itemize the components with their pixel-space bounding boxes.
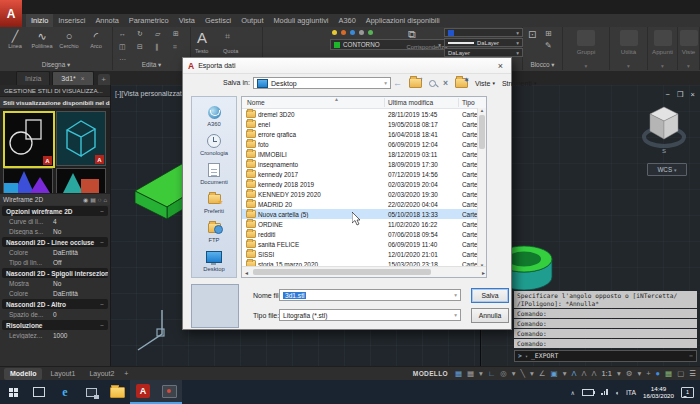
ribbon-tab-inserisci[interactable]: Inserisci <box>53 14 90 27</box>
lineweight-combo[interactable]: DaLayer ▾ <box>444 48 523 57</box>
apply-style-icon[interactable]: ▤ <box>90 196 96 203</box>
console-minimize-icon[interactable]: − <box>689 352 693 360</box>
file-row-dremel-3d20[interactable]: dremel 3D2028/11/2019 15:45Cartella di f… <box>242 109 486 119</box>
file-row-redditi[interactable]: redditi07/06/2018 09:54Cartella di fil <box>242 229 486 239</box>
file-row-nuova-cartella-5[interactable]: Nuova cartella (5)05/10/2018 13:33Cartel… <box>242 209 486 219</box>
filetype-combo[interactable]: Litografia (*.stl) ▾ <box>279 309 461 321</box>
file-row-errore-grafica[interactable]: errore grafica16/04/2018 18:41Cartella d… <box>242 129 486 139</box>
property-value[interactable]: No <box>53 280 61 287</box>
export-style-icon[interactable]: ◌ <box>98 197 102 203</box>
start-button[interactable] <box>0 380 26 404</box>
ribbon-tab-moduli-aggiuntivi[interactable]: Moduli aggiuntivi <box>268 14 333 27</box>
edit-tool-icon[interactable]: ⊞ <box>173 30 179 38</box>
place-documenti[interactable]: Documenti <box>192 159 236 188</box>
dynamic-input-icon[interactable]: ▣ <box>551 368 558 380</box>
new-drawing-tab-button[interactable]: + <box>98 74 110 85</box>
isodraft-caret-icon[interactable]: ▾ <box>530 368 534 380</box>
dialog-close-button[interactable]: × <box>495 61 506 71</box>
tools-menu[interactable]: Strumenti ▾ <box>502 80 536 87</box>
layout-tab-layout1[interactable]: Layout1 <box>44 368 81 380</box>
property-value[interactable]: 4 <box>53 218 57 225</box>
tool-cerchio[interactable]: ○Cerchio <box>56 29 82 49</box>
column-name[interactable]: Nome <box>247 97 265 108</box>
annotation-visibility-icon[interactable]: Λ <box>571 368 576 380</box>
section-header-risoluzione[interactable]: Risoluzione− <box>2 320 108 330</box>
property-value[interactable]: DaEntità <box>53 290 78 297</box>
isodraft-icon[interactable]: ╲ <box>521 368 526 380</box>
hardware-icon[interactable]: ▦ <box>665 368 672 380</box>
ribbon-tab-inizio[interactable]: Inizio <box>26 14 53 27</box>
dyn-caret-icon[interactable]: ▾ <box>563 368 567 380</box>
collapse-icon[interactable]: − <box>100 208 104 215</box>
filename-input[interactable]: 3d1.stl ▾ <box>279 289 461 301</box>
scroll-left-icon[interactable]: ◂ <box>242 269 251 276</box>
ribbon-tab-gestisci[interactable]: Gestisci <box>200 14 236 27</box>
tool-linea[interactable]: ╱Linea <box>2 29 28 49</box>
panel-label-edita[interactable]: Edita ▾ <box>113 61 190 69</box>
isolate-icon[interactable]: + <box>646 368 650 380</box>
property-value[interactable]: Off <box>53 259 62 266</box>
osnap-icon[interactable]: ∠ <box>539 368 546 380</box>
save-in-combo[interactable]: Desktop ▾ <box>253 77 391 89</box>
section-header-nascondi-2d-spigoli-intersezion[interactable]: Nascondi 2D - Spigoli intersezion...− <box>2 268 108 278</box>
save-button[interactable]: Salva <box>471 288 509 303</box>
tray-expand-icon[interactable]: ∧ <box>571 389 575 396</box>
vertical-scroll-thumb[interactable] <box>479 115 485 149</box>
style-thumb-wireframe2d[interactable]: A <box>3 111 55 168</box>
edit-tool-icon[interactable]: ⊟ <box>137 43 143 51</box>
property-value[interactable]: 0 <box>53 311 57 318</box>
ucs-icon[interactable] <box>130 307 174 355</box>
up-one-level-icon[interactable]: ↑ <box>409 78 422 88</box>
collapse-icon[interactable]: − <box>100 239 104 246</box>
scroll-up-icon[interactable]: ▲ <box>478 108 486 113</box>
property-value[interactable]: No <box>53 228 61 235</box>
search-web-icon[interactable] <box>429 80 436 87</box>
subwindow-minimize-button[interactable]: − <box>665 90 669 99</box>
column-type[interactable]: Tipo <box>462 97 475 108</box>
new-layout-button[interactable]: + <box>120 370 132 377</box>
file-row-insegnamento[interactable]: insegnamento18/09/2019 17:30Cartella di … <box>242 159 486 169</box>
style-thumb-conceptual[interactable]: A <box>56 111 106 166</box>
ribbon-tab-a360[interactable]: A360 <box>334 14 361 27</box>
file-row-kennedy-2018-2019[interactable]: kennedy 2018 201902/03/2019 20:04Cartell… <box>242 179 486 189</box>
annotation-scale-value[interactable]: 1:1 <box>601 368 611 380</box>
insert-block-icon[interactable]: ⊡ <box>528 29 536 40</box>
file-row-foto[interactable]: foto06/09/2019 12:04Cartella di fil <box>242 139 486 149</box>
place-cronologia[interactable]: Cronologia <box>192 130 236 159</box>
language-indicator[interactable]: ITA <box>626 389 636 396</box>
edit-tool-icon[interactable]: ∥ <box>155 43 159 51</box>
viewcube[interactable]: S <box>641 101 687 157</box>
gear-caret-icon[interactable]: ▾ <box>637 368 641 380</box>
edit-tool-icon[interactable]: ▱ <box>155 30 160 38</box>
edit-block-icon[interactable]: ✎ <box>545 41 552 50</box>
collapse-icon[interactable]: − <box>100 301 104 308</box>
workspace-gear-icon[interactable]: ⚙ <box>626 368 633 380</box>
snap-icon[interactable]: ▦ <box>467 368 474 380</box>
recorder-taskbar-button[interactable] <box>156 380 182 404</box>
match-properties-icon[interactable]: ⧉ <box>408 28 416 41</box>
edit-tool-icon[interactable]: ↻ <box>137 30 143 38</box>
file-explorer-button[interactable] <box>104 380 130 404</box>
place-a360[interactable]: A360 <box>192 101 236 130</box>
ribbon-tab-output[interactable]: Output <box>236 14 268 27</box>
dimension-tool-icon[interactable]: ⌗ <box>225 31 230 42</box>
style-thumb-shaded-2[interactable] <box>56 168 106 193</box>
color-combo[interactable]: ▾ <box>444 28 523 37</box>
text-tool-icon[interactable]: A <box>197 29 207 46</box>
volume-icon[interactable]: ◖ <box>615 389 619 396</box>
vertical-scrollbar[interactable]: ▲ ▼ <box>477 108 486 268</box>
ribbon-tab-vista[interactable]: Vista <box>174 14 200 27</box>
clean-screen-icon[interactable]: ▢ <box>677 368 684 380</box>
file-row-enel[interactable]: enel19/05/2018 08:17Cartella di fil <box>242 119 486 129</box>
column-modified[interactable]: Ultima modifica <box>388 97 433 108</box>
ribbon-tab-parametrico[interactable]: Parametrico <box>124 14 174 27</box>
new-folder-icon[interactable]: ✶ <box>455 78 468 88</box>
file-row-kennedy-2017[interactable]: kennedy 201707/12/2019 14:56Cartella di … <box>242 169 486 179</box>
annotation-auto-icon[interactable]: Λ <box>581 368 586 380</box>
annotation-scale-icon[interactable]: Λ <box>591 368 596 380</box>
subwindow-close-button[interactable]: × <box>691 90 695 99</box>
clock[interactable]: 14:49 16/03/2020 <box>643 385 674 399</box>
dialog-title-bar[interactable]: A Esporta dati × <box>183 58 511 74</box>
tool-polilinea[interactable]: ∿Polilinea <box>29 29 55 49</box>
file-row-kennedy-2019-2020[interactable]: KENNEDY 2019 202002/03/2020 19:30Cartell… <box>242 189 486 199</box>
